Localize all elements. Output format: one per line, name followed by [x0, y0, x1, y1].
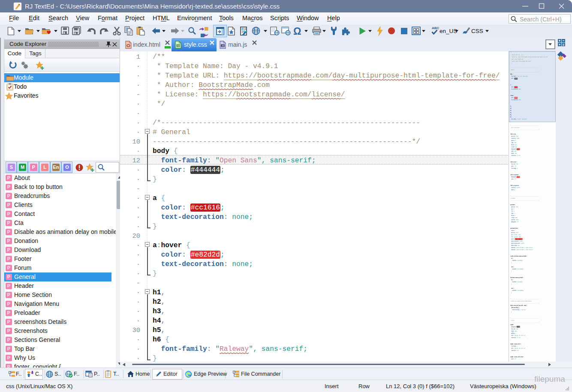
svg-text:JS: JS — [221, 45, 224, 47]
svg-text:CSS: CSS — [176, 45, 181, 47]
